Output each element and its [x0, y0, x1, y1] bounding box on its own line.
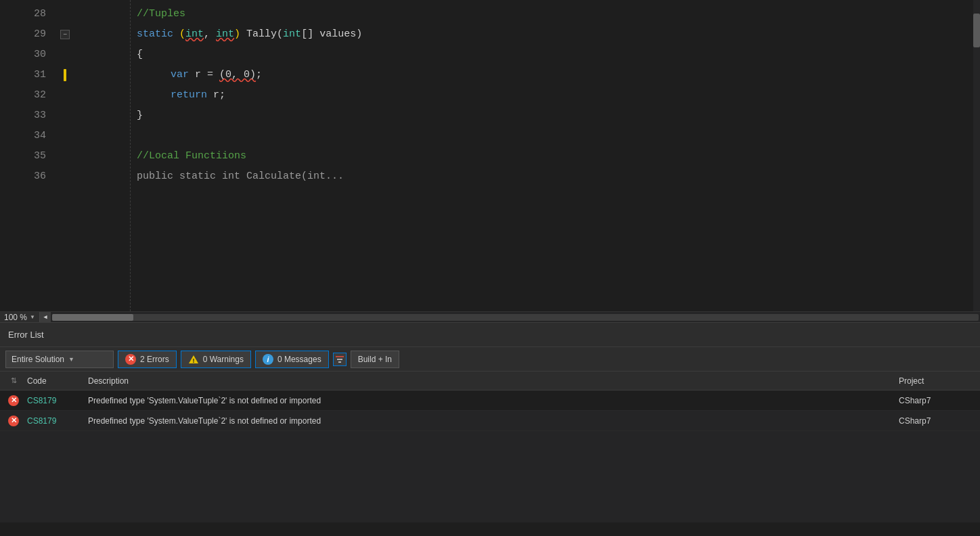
line-number-35: 35 [0, 146, 46, 166]
error-row-2-description: Predefined type 'System.ValueTuple`2' is… [85, 416, 896, 426]
col-header-code[interactable]: Code [24, 376, 85, 386]
error-row-2-icon [3, 416, 24, 426]
warning-icon: ! [188, 354, 199, 365]
change-marker-31 [64, 69, 66, 81]
code-line-33-content: } [83, 110, 143, 121]
code-editor: 28 29 30 31 32 33 34 35 36 − [0, 0, 980, 311]
code-line-35: //Local Functiions [83, 146, 973, 166]
gutter-line-30 [54, 45, 76, 65]
col-header-icon: ⇅ [3, 376, 24, 385]
line-number-30: 30 [0, 45, 46, 65]
vertical-scrollbar[interactable] [973, 0, 980, 311]
line-number-31: 31 [0, 65, 46, 85]
error-icon-1 [8, 395, 19, 406]
col-desc-label: Description [88, 376, 129, 386]
zoom-control[interactable]: 100 % ▼ [0, 312, 40, 322]
gutter-line-33 [54, 106, 76, 126]
errors-count-label: 2 Errors [140, 355, 169, 364]
error-row-1-code[interactable]: CS8179 [24, 396, 85, 405]
vertical-scroll-thumb[interactable] [973, 14, 980, 47]
scope-dropdown-arrow: ▼ [68, 356, 74, 363]
code-line-33: } [83, 106, 973, 126]
line-number-36: 36 [0, 166, 46, 187]
code-gutter: − [54, 0, 76, 311]
scroll-left-button[interactable]: ◀ [40, 312, 51, 323]
error-icon [125, 354, 136, 365]
error-row-1[interactable]: CS8179 Predefined type 'System.ValueTupl… [0, 390, 980, 411]
horizontal-scrollbar-area: 100 % ▼ ◀ [0, 311, 980, 322]
errors-filter-button[interactable]: 2 Errors [118, 351, 177, 368]
code-line-28: //Tuples [83, 4, 973, 24]
messages-filter-button[interactable]: 0 Messages [255, 351, 329, 368]
warnings-filter-button[interactable]: ! 0 Warnings [181, 351, 251, 368]
error-row-1-icon [3, 395, 24, 406]
sort-icon-icon: ⇅ [11, 376, 17, 385]
code-line-35-content: //Local Functiions [83, 150, 246, 162]
error-row-2-code[interactable]: CS8179 [24, 416, 85, 426]
gutter-line-36 [54, 166, 76, 187]
line-number-34: 34 [0, 126, 46, 146]
code-line-32-content: return r; [83, 89, 225, 101]
col-header-project[interactable]: Project [896, 376, 977, 386]
gutter-line-35 [54, 146, 76, 166]
zoom-value: 100 % [4, 313, 27, 322]
code-line-32: return r; [83, 85, 973, 106]
line-number-28: 28 [0, 4, 46, 24]
col-project-label: Project [899, 376, 924, 386]
code-line-34 [83, 126, 973, 146]
build-int-button[interactable]: Build + In [351, 351, 399, 368]
code-line-30-content: { [83, 49, 143, 60]
code-line-29: static (int, int) Tally(int[] values) [83, 24, 973, 45]
error-row-2-project: CSharp7 [896, 416, 977, 426]
code-line-36: public static int Calculate(int... [83, 166, 973, 187]
zoom-dropdown-arrow[interactable]: ▼ [30, 314, 35, 320]
filter-icon-button[interactable] [333, 353, 347, 366]
code-line-36-content: public static int Calculate(int... [83, 171, 344, 182]
messages-count-label: 0 Messages [277, 355, 321, 364]
col-header-description[interactable]: Description [85, 376, 896, 386]
code-line-28-content: //Tuples [83, 8, 185, 20]
horizontal-scroll-track[interactable] [52, 314, 979, 321]
collapse-button-29[interactable]: − [60, 30, 70, 39]
horizontal-scroll-thumb[interactable] [52, 314, 133, 321]
error-list-panel: Error List Entire Solution ▼ 2 Errors ! … [0, 322, 980, 522]
gutter-line-31 [54, 65, 76, 85]
error-code-link-1[interactable]: CS8179 [27, 396, 56, 405]
build-int-label: Build + In [358, 355, 392, 364]
line-number-33: 33 [0, 106, 46, 126]
line-number-29: 29 [0, 24, 46, 45]
info-icon [263, 354, 273, 365]
line-number-32: 32 [0, 85, 46, 106]
code-content[interactable]: //Tuples static (int, int) Tally(int[] v… [76, 0, 973, 311]
warnings-count-label: 0 Warnings [203, 355, 244, 364]
error-list-toolbar: Entire Solution ▼ 2 Errors ! 0 Warnings … [0, 347, 980, 372]
error-code-link-2[interactable]: CS8179 [27, 416, 56, 426]
col-code-label: Code [27, 376, 47, 386]
code-line-29-content: static (int, int) Tally(int[] values) [83, 28, 362, 40]
code-line-31-content: var r = (0, 0); [83, 69, 262, 81]
panel-title-bar: Error List [0, 323, 980, 347]
error-row-1-description: Predefined type 'System.ValueTuple`2' is… [85, 396, 896, 405]
error-row-2[interactable]: CS8179 Predefined type 'System.ValueTupl… [0, 411, 980, 431]
error-table-header: ⇅ Code Description Project [0, 372, 980, 390]
svg-text:!: ! [192, 357, 194, 364]
scope-dropdown-label: Entire Solution [12, 355, 64, 364]
gutter-line-29[interactable]: − [54, 24, 76, 45]
error-table: CS8179 Predefined type 'System.ValueTupl… [0, 390, 980, 522]
line-numbers: 28 29 30 31 32 33 34 35 36 [0, 0, 54, 311]
gutter-line-28 [54, 4, 76, 24]
error-icon-2 [8, 416, 19, 426]
code-line-30: { [83, 45, 973, 65]
gutter-line-34 [54, 126, 76, 146]
error-row-1-project: CSharp7 [896, 396, 977, 405]
error-list-title: Error List [8, 330, 44, 340]
gutter-line-32 [54, 85, 76, 106]
scope-dropdown[interactable]: Entire Solution ▼ [5, 351, 114, 368]
code-line-31: var r = (0, 0); [83, 65, 973, 85]
